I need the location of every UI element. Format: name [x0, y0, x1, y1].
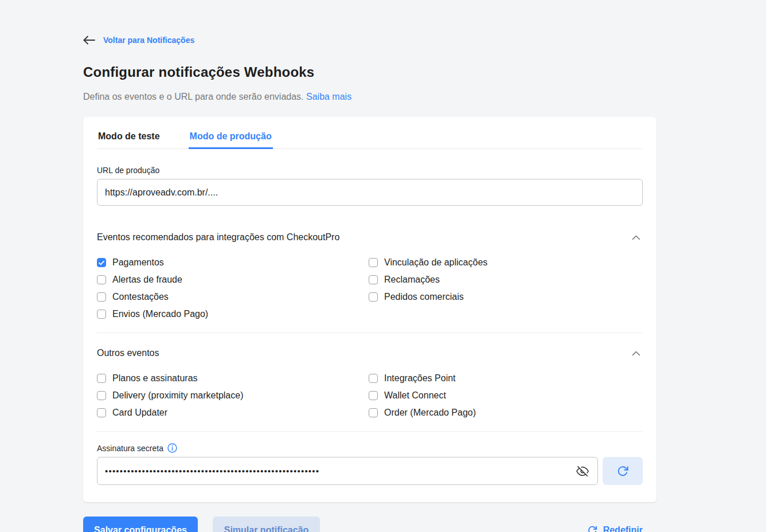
main-content: Voltar para Notificações Configurar noti…: [83, 0, 656, 532]
tab-production-mode[interactable]: Modo de produção: [189, 129, 273, 149]
checkbox-label: Planos e assinaturas: [112, 373, 198, 384]
webhooks-config-card: Modo de teste Modo de produção URL de pr…: [83, 117, 656, 502]
section-divider: [97, 431, 643, 432]
other-events-title: Outros eventos: [97, 348, 159, 358]
checkbox-item-integracoes-point[interactable]: Integrações Point: [369, 373, 640, 384]
checkbox-label: Envios (Mercado Pago): [112, 309, 208, 319]
recommended-events-title: Eventos recomendados para integrações co…: [97, 232, 339, 242]
actions-bar: Salvar configurações Simular notificação…: [83, 517, 656, 532]
chevron-up-icon[interactable]: [630, 233, 643, 242]
eye-off-icon[interactable]: [575, 464, 590, 479]
checkbox-label: Order (Mercado Pago): [384, 408, 476, 418]
checkbox-label: Card Updater: [112, 408, 167, 418]
checkbox-item-wallet-connect[interactable]: Wallet Connect: [369, 390, 640, 401]
checkbox-pedidos-comerciais[interactable]: [369, 292, 378, 302]
checkbox-wallet-connect[interactable]: [369, 391, 378, 400]
save-button[interactable]: Salvar configurações: [83, 517, 198, 532]
back-link-label[interactable]: Voltar para Notificações: [103, 36, 194, 45]
checkbox-delivery[interactable]: [97, 391, 106, 400]
checkbox-planos[interactable]: [97, 374, 106, 383]
checkbox-label: Reclamações: [384, 275, 440, 285]
subtitle-text: Defina os eventos e o URL para onde serã…: [83, 92, 304, 101]
recommended-left-column: Pagamentos Alertas de fraude Contestaçõe…: [97, 257, 369, 320]
checkbox-item-vinculacao[interactable]: Vinculação de aplicações: [369, 257, 640, 268]
checkbox-label: Wallet Connect: [384, 390, 446, 401]
checkbox-card-updater[interactable]: [97, 408, 106, 417]
reset-button-label: Redefinir: [603, 525, 643, 532]
recommended-events-header: Eventos recomendados para integrações co…: [97, 232, 643, 242]
checkbox-reclamacoes[interactable]: [369, 275, 378, 284]
checkbox-item-card-updater[interactable]: Card Updater: [97, 407, 369, 418]
checkbox-item-planos[interactable]: Planos e assinaturas: [97, 373, 369, 384]
reset-button[interactable]: Redefinir: [587, 525, 643, 532]
other-left-column: Planos e assinaturas Delivery (proximity…: [97, 373, 369, 418]
secret-label-row: Assinatura secreta: [97, 443, 643, 453]
checkbox-label: Contestações: [112, 292, 169, 302]
tab-test-mode[interactable]: Modo de teste: [97, 129, 161, 148]
secret-signature-row: ••••••••••••••••••••••••••••••••••••••••…: [97, 457, 643, 485]
checkbox-label: Delivery (proximity marketplace): [112, 390, 244, 401]
checkbox-vinculacao[interactable]: [369, 258, 378, 267]
simulate-button[interactable]: Simular notificação: [213, 517, 320, 532]
mode-tab-bar: Modo de teste Modo de produção: [97, 117, 643, 149]
chevron-up-icon[interactable]: [630, 349, 643, 358]
other-events-grid: Planos e assinaturas Delivery (proximity…: [97, 373, 643, 418]
checkbox-item-contestacoes[interactable]: Contestações: [97, 291, 369, 303]
checkbox-item-pedidos-comerciais[interactable]: Pedidos comerciais: [369, 291, 640, 303]
checkbox-pagamentos[interactable]: [97, 258, 106, 267]
checkbox-integracoes-point[interactable]: [369, 374, 378, 383]
production-url-input[interactable]: [97, 179, 643, 206]
back-link[interactable]: Voltar para Notificações: [83, 0, 656, 45]
checkbox-item-reclamacoes[interactable]: Reclamações: [369, 274, 640, 285]
masked-secret-value: ••••••••••••••••••••••••••••••••••••••••…: [105, 457, 575, 485]
production-url-label: URL de produção: [97, 166, 643, 175]
checkbox-item-delivery[interactable]: Delivery (proximity marketplace): [97, 390, 369, 401]
checkbox-contestacoes[interactable]: [97, 292, 106, 302]
secret-signature-label: Assinatura secreta: [97, 444, 163, 453]
other-events-header: Outros eventos: [97, 348, 643, 358]
recommended-events-grid: Pagamentos Alertas de fraude Contestaçõe…: [97, 257, 643, 320]
checkbox-label: Pedidos comerciais: [384, 292, 464, 302]
checkbox-label: Vinculação de aplicações: [384, 257, 487, 268]
checkbox-label: Integrações Point: [384, 373, 456, 384]
checkbox-order[interactable]: [369, 408, 378, 417]
checkbox-item-envios[interactable]: Envios (Mercado Pago): [97, 308, 369, 320]
refresh-icon: [587, 525, 597, 532]
checkbox-envios[interactable]: [97, 310, 106, 319]
checkbox-item-pagamentos[interactable]: Pagamentos: [97, 257, 369, 268]
webhooks-settings-page: { "page": { "back_link": "Voltar para No…: [0, 0, 766, 532]
regenerate-secret-button[interactable]: [603, 457, 643, 485]
checkbox-label: Pagamentos: [112, 257, 164, 268]
page-subtitle: Defina os eventos e o URL para onde serã…: [83, 92, 656, 102]
refresh-icon: [616, 465, 629, 478]
back-arrow-icon: [83, 36, 95, 45]
checkbox-item-alertas-de-fraude[interactable]: Alertas de fraude: [97, 274, 369, 285]
recommended-right-column: Vinculação de aplicações Reclamações Ped…: [369, 257, 640, 320]
checkbox-alertas-de-fraude[interactable]: [97, 275, 106, 284]
info-icon[interactable]: [167, 443, 177, 453]
learn-more-link[interactable]: Saiba mais: [306, 92, 351, 101]
secret-signature-input[interactable]: ••••••••••••••••••••••••••••••••••••••••…: [97, 457, 598, 485]
checkbox-label: Alertas de fraude: [112, 275, 182, 285]
section-divider: [97, 332, 643, 333]
other-right-column: Integrações Point Wallet Connect Order (…: [369, 373, 640, 418]
checkbox-item-order[interactable]: Order (Mercado Pago): [369, 407, 640, 418]
page-title: Configurar notificações Webhooks: [83, 64, 656, 80]
